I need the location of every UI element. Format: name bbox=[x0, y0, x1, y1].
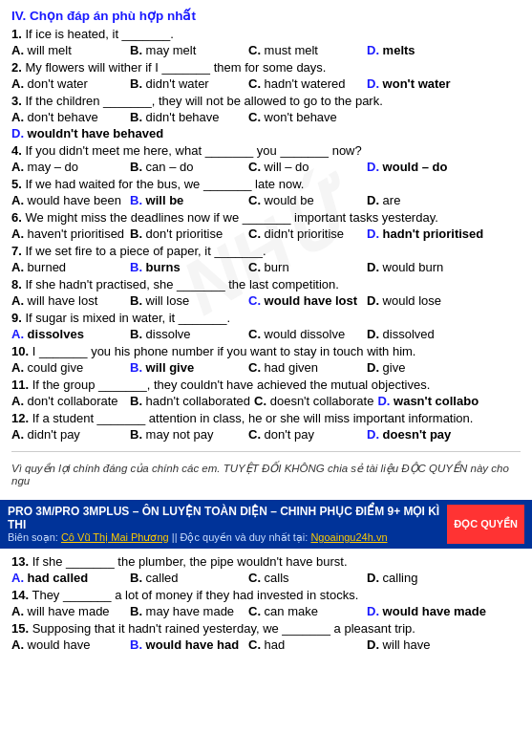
answer-label: A. bbox=[11, 327, 24, 341]
answer-label: C. bbox=[248, 360, 261, 375]
answer-option: B. hadn't collaborated bbox=[130, 394, 250, 408]
answer-label: B. bbox=[130, 394, 142, 408]
answer-label: C. bbox=[248, 76, 261, 91]
answer-label: D. bbox=[367, 604, 379, 618]
answer-option: B. will be bbox=[130, 193, 245, 207]
copyright-notice: Vì quyền lợi chính đáng của chính các em… bbox=[11, 462, 521, 486]
answer-option: B. would have had bbox=[130, 637, 245, 652]
question-text: 10. I _______ you his phone number if yo… bbox=[11, 344, 521, 358]
answer-option: B. didn't water bbox=[130, 76, 245, 91]
answer-label: A. bbox=[11, 110, 24, 124]
question-block: 5. If we had waited for the bus, we ____… bbox=[11, 177, 521, 207]
answers-row: A. would have beenB. will beC. would beD… bbox=[11, 193, 521, 207]
answer-option: D. dissolved bbox=[367, 327, 481, 341]
question-text: 8. If she hadn't practised, she _______ … bbox=[11, 277, 521, 292]
answer-label: C. bbox=[248, 604, 261, 618]
answer-label: B. bbox=[130, 571, 142, 585]
answer-option: C. had bbox=[248, 637, 363, 652]
answer-label: C. bbox=[248, 43, 261, 57]
answer-label: B. bbox=[130, 360, 142, 375]
answer-label: A. bbox=[11, 160, 24, 174]
answer-label: A. bbox=[11, 604, 24, 618]
questions-list-2: 13. If she _______ the plumber, the pipe… bbox=[11, 554, 521, 652]
answer-label: D. bbox=[11, 126, 24, 140]
answer-label: D. bbox=[367, 260, 379, 274]
answers-row: A. will meltB. may meltC. must meltD. me… bbox=[11, 43, 521, 57]
answer-label: D. bbox=[367, 227, 379, 241]
banner-badge: ĐỌC QUYỀN bbox=[447, 505, 524, 544]
answers-row: A. haven't prioritisedB. don't prioritis… bbox=[11, 227, 521, 241]
answer-option: A. may – do bbox=[11, 160, 126, 174]
answer-option: D. won't water bbox=[367, 76, 481, 91]
question-block: 14. They _______ a lot of money if they … bbox=[11, 588, 521, 618]
answer-option: A. don't behave bbox=[11, 110, 126, 124]
question-block: 12. If a student _______ attention in cl… bbox=[11, 411, 521, 442]
question-text: 13. If she _______ the plumber, the pipe… bbox=[11, 554, 521, 569]
answer-label: D. bbox=[367, 43, 379, 57]
answer-label: C. bbox=[248, 637, 261, 652]
answer-label: A. bbox=[11, 193, 24, 207]
answer-label: C. bbox=[248, 110, 261, 124]
question-block: 8. If she hadn't practised, she _______ … bbox=[11, 277, 521, 308]
question-text: 12. If a student _______ attention in cl… bbox=[11, 411, 521, 425]
answer-label: B. bbox=[130, 293, 142, 308]
answer-label: A. bbox=[11, 360, 24, 375]
answer-option: C. would have lost bbox=[248, 293, 363, 308]
answer-option: B. will lose bbox=[130, 293, 245, 308]
answer-label: D. bbox=[367, 293, 379, 308]
answer-option: B. may melt bbox=[130, 43, 245, 57]
answer-label: D. bbox=[367, 360, 379, 375]
question-text: 11. If the group _______, they couldn't … bbox=[11, 378, 521, 392]
question-block: 15. Supposing that it hadn't rained yest… bbox=[11, 621, 521, 652]
answer-label: B. bbox=[130, 76, 142, 91]
question-block: 3. If the children _______, they will no… bbox=[11, 94, 521, 140]
question-text: 2. My flowers will wither if I _______ t… bbox=[11, 60, 521, 75]
question-text: 3. If the children _______, they will no… bbox=[11, 94, 521, 108]
answer-option: A. dissolves bbox=[11, 327, 126, 341]
question-block: 6. We might miss the deadlines now if we… bbox=[11, 210, 521, 241]
answer-label: D. bbox=[367, 637, 379, 652]
answer-label: B. bbox=[130, 327, 142, 341]
answer-label: D. bbox=[367, 571, 379, 585]
answer-option: B. may have made bbox=[130, 604, 245, 618]
answer-label: A. bbox=[11, 394, 24, 408]
answer-label: B. bbox=[130, 427, 142, 442]
answer-option: A. would have bbox=[11, 637, 126, 652]
answer-label: A. bbox=[11, 637, 24, 652]
answer-option: C. would dissolve bbox=[248, 327, 363, 341]
answer-option: D. give bbox=[367, 360, 481, 375]
question-text: 1. If ice is heated, it _______. bbox=[11, 27, 521, 41]
promo-banner: PRO 3M/PRO 3MPLUS – ÔN LUYỆN TOÀN DIỆN –… bbox=[0, 500, 532, 549]
answer-option: B. burns bbox=[130, 260, 245, 274]
answers-row: A. dissolvesB. dissolveC. would dissolve… bbox=[11, 327, 521, 341]
answer-option: D. would have made bbox=[367, 604, 486, 618]
answer-option: A. could give bbox=[11, 360, 126, 375]
question-text: 15. Supposing that it hadn't rained yest… bbox=[11, 621, 521, 636]
answer-option: C. didn't prioritise bbox=[248, 227, 363, 241]
banner-sub-mid: || Độc quyền và duy nhất tại: bbox=[169, 531, 311, 543]
answer-label: D. bbox=[377, 394, 390, 408]
answer-option: C. doesn't collaborate bbox=[254, 394, 373, 408]
questions-list: 1. If ice is heated, it _______.A. will … bbox=[11, 27, 521, 442]
answer-label: A. bbox=[11, 293, 24, 308]
answer-label: B. bbox=[130, 110, 142, 124]
answer-label: C. bbox=[248, 260, 261, 274]
answers-row: A. will have lostB. will loseC. would ha… bbox=[11, 293, 521, 308]
answer-label: B. bbox=[130, 193, 142, 207]
answers-row: A. could giveB. will giveC. had givenD. … bbox=[11, 360, 521, 375]
answer-label: D. bbox=[367, 193, 379, 207]
section-divider bbox=[11, 451, 521, 452]
answer-option: B. will give bbox=[130, 360, 245, 375]
answer-label: C. bbox=[248, 193, 261, 207]
question-block: 10. I _______ you his phone number if yo… bbox=[11, 344, 521, 375]
banner-sub-before: Biên soạn: bbox=[8, 531, 61, 543]
answers-row: A. would haveB. would have hadC. hadD. w… bbox=[11, 637, 521, 652]
banner-website: Ngoaingu24h.vn bbox=[310, 531, 387, 543]
answer-option: B. don't prioritise bbox=[130, 227, 245, 241]
banner-subtitle: Biên soạn: Cô Vũ Thị Mai Phương || Độc q… bbox=[8, 531, 447, 544]
answer-option: D. will have bbox=[367, 637, 481, 652]
answer-label: A. bbox=[11, 43, 24, 57]
answers-row: A. had calledB. calledC. callsD. calling bbox=[11, 571, 521, 585]
question-block: 1. If ice is heated, it _______.A. will … bbox=[11, 27, 521, 57]
answer-label: A. bbox=[11, 260, 24, 274]
